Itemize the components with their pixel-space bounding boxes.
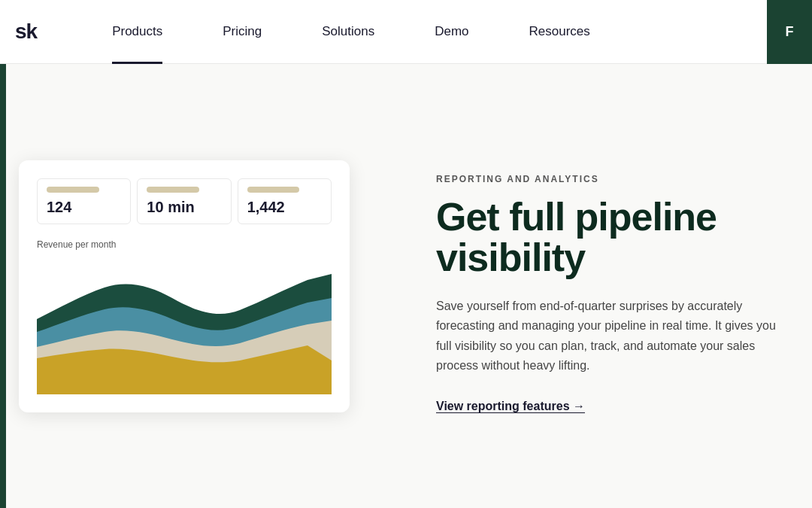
nav-item-demo[interactable]: Demo bbox=[404, 0, 498, 64]
left-panel: 124 10 min 1,442 Revenue per month bbox=[0, 64, 391, 508]
stat-value-3: 1,442 bbox=[247, 199, 322, 216]
navbar: sk Products Pricing Solutions Demo Resou… bbox=[0, 0, 812, 64]
stat-value-1: 124 bbox=[47, 199, 121, 216]
stat-label-bar-3 bbox=[247, 187, 300, 193]
analytics-card: 124 10 min 1,442 Revenue per month bbox=[19, 160, 350, 412]
stats-row: 124 10 min 1,442 bbox=[37, 178, 332, 224]
nav-items: Products Pricing Solutions Demo Resource… bbox=[82, 0, 812, 64]
headline-line2: visibility bbox=[436, 236, 585, 279]
chart-label: Revenue per month bbox=[37, 239, 332, 250]
left-accent-bar bbox=[0, 64, 6, 508]
nav-item-solutions[interactable]: Solutions bbox=[292, 0, 404, 64]
view-reporting-features-link[interactable]: View reporting features → bbox=[436, 400, 782, 413]
nav-item-products[interactable]: Products bbox=[82, 0, 192, 64]
revenue-chart bbox=[37, 259, 332, 394]
headline: Get full pipeline visibility bbox=[436, 196, 782, 278]
main-content: 124 10 min 1,442 Revenue per month bbox=[0, 64, 812, 508]
nav-item-pricing[interactable]: Pricing bbox=[192, 0, 292, 64]
description-text: Save yourself from end-of-quarter surpri… bbox=[436, 297, 782, 376]
nav-cta-button[interactable]: F bbox=[767, 0, 812, 64]
stat-box-2: 10 min bbox=[137, 178, 231, 224]
stat-label-bar-1 bbox=[47, 187, 99, 193]
stat-box-1: 124 bbox=[37, 178, 131, 224]
logo: sk bbox=[15, 20, 37, 44]
stat-label-bar-2 bbox=[147, 187, 199, 193]
section-label: REPORTING AND ANALYTICS bbox=[436, 174, 782, 184]
headline-line1: Get full pipeline bbox=[436, 195, 717, 239]
right-panel: REPORTING AND ANALYTICS Get full pipelin… bbox=[391, 64, 812, 508]
stat-box-3: 1,442 bbox=[238, 178, 332, 224]
nav-item-resources[interactable]: Resources bbox=[499, 0, 620, 64]
stat-value-2: 10 min bbox=[147, 199, 221, 216]
